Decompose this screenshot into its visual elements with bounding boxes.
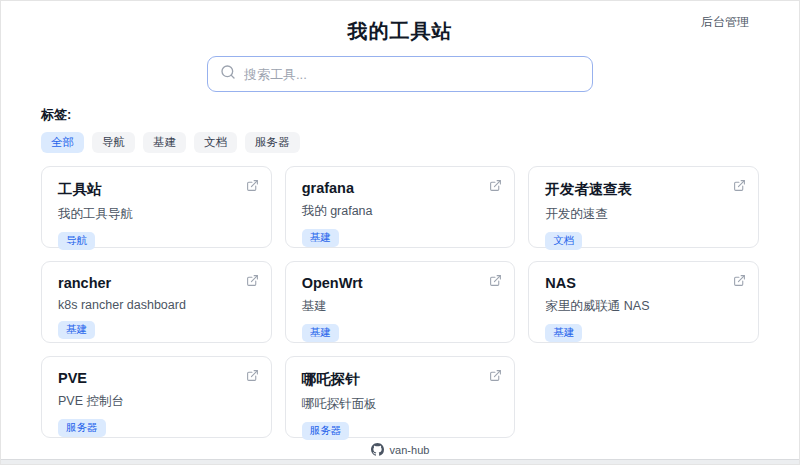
tool-card[interactable]: NAS 家里的威联通 NAS 基建: [528, 261, 759, 343]
card-title: OpenWrt: [302, 275, 499, 291]
github-icon[interactable]: [371, 443, 384, 456]
search-bar-container: [1, 56, 799, 92]
card-tag: 基建: [58, 321, 95, 339]
card-title: 哪吒探针: [302, 370, 499, 389]
card-tag: 基建: [545, 324, 582, 342]
tags-row: 全部 导航 基建 文档 服务器: [41, 132, 759, 153]
tool-card[interactable]: rancher k8s rancher dashboard 基建: [41, 261, 272, 343]
external-link-icon[interactable]: [489, 369, 502, 382]
external-link-icon[interactable]: [733, 179, 746, 192]
card-description: 基建: [302, 298, 499, 315]
card-tag: 服务器: [302, 422, 350, 440]
card-description: 哪吒探针面板: [302, 396, 499, 413]
card-tag: 服务器: [58, 419, 106, 437]
search-box[interactable]: [207, 56, 593, 92]
card-tag: 基建: [302, 324, 339, 342]
external-link-icon[interactable]: [489, 179, 502, 192]
tag-filter-all[interactable]: 全部: [41, 132, 84, 153]
external-link-icon[interactable]: [246, 179, 259, 192]
tag-filter-docs[interactable]: 文档: [194, 132, 237, 153]
tool-card[interactable]: 哪吒探针 哪吒探针面板 服务器: [285, 356, 516, 438]
card-tag: 导航: [58, 232, 95, 250]
external-link-icon[interactable]: [246, 274, 259, 287]
card-title: PVE: [58, 370, 255, 386]
card-description: k8s rancher dashboard: [58, 298, 255, 312]
external-link-icon[interactable]: [246, 369, 259, 382]
card-title: grafana: [302, 180, 499, 196]
card-description: 开发的速查: [545, 206, 742, 223]
tool-card[interactable]: OpenWrt 基建 基建: [285, 261, 516, 343]
admin-link[interactable]: 后台管理: [701, 14, 749, 31]
search-input[interactable]: [244, 67, 580, 82]
card-description: 我的 grafana: [302, 203, 499, 220]
bottom-strip: [1, 459, 799, 464]
footer-brand[interactable]: van-hub: [390, 444, 430, 456]
tag-filter-server[interactable]: 服务器: [245, 132, 300, 153]
card-tag: 文档: [545, 232, 582, 250]
tag-filter-nav[interactable]: 导航: [92, 132, 135, 153]
header: 我的工具站 后台管理: [1, 1, 799, 49]
tags-label: 标签:: [41, 106, 759, 124]
tool-card[interactable]: 工具站 我的工具导航 导航: [41, 166, 272, 248]
card-description: 我的工具导航: [58, 206, 255, 223]
card-tag: 基建: [302, 229, 339, 247]
external-link-icon[interactable]: [733, 274, 746, 287]
tag-filter-infra[interactable]: 基建: [143, 132, 186, 153]
footer: van-hub: [1, 443, 799, 456]
page-title: 我的工具站: [1, 18, 799, 45]
card-description: 家里的威联通 NAS: [545, 298, 742, 315]
external-link-icon[interactable]: [489, 274, 502, 287]
card-title: 工具站: [58, 180, 255, 199]
card-description: PVE 控制台: [58, 393, 255, 410]
card-title: NAS: [545, 275, 742, 291]
search-icon: [220, 64, 244, 84]
tool-card-grid: 工具站 我的工具导航 导航 grafana 我的 grafana 基建 开发者速…: [41, 166, 759, 438]
tool-card[interactable]: PVE PVE 控制台 服务器: [41, 356, 272, 438]
card-title: 开发者速查表: [545, 180, 742, 199]
card-title: rancher: [58, 275, 255, 291]
tool-card[interactable]: grafana 我的 grafana 基建: [285, 166, 516, 248]
tags-section: 标签: 全部 导航 基建 文档 服务器: [41, 106, 759, 153]
tool-card[interactable]: 开发者速查表 开发的速查 文档: [528, 166, 759, 248]
